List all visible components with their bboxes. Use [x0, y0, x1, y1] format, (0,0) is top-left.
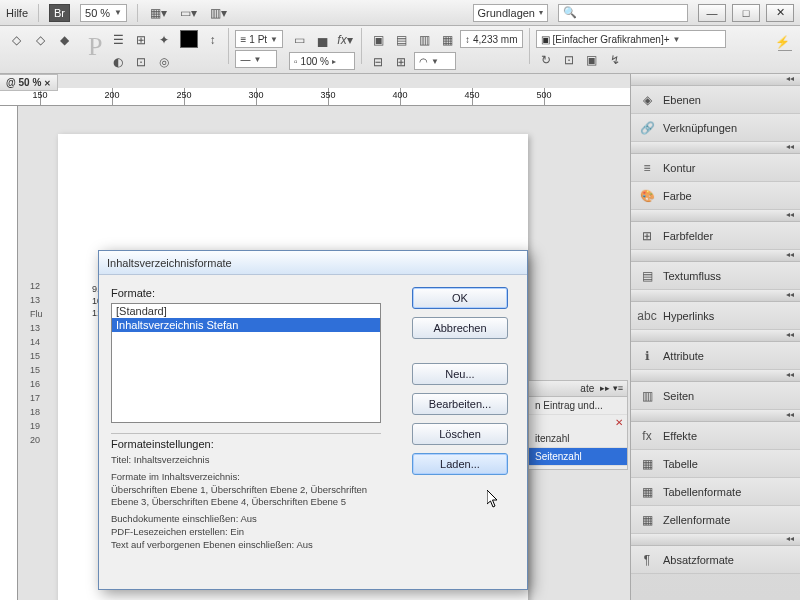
screen-mode-icon[interactable]: ▭▾: [178, 3, 198, 23]
panel-item[interactable]: ⊞Farbfelder: [631, 222, 800, 250]
zoom-combo[interactable]: 50 %▼: [80, 4, 127, 22]
panel-item[interactable]: ▦Zellenformate: [631, 506, 800, 534]
paragraph-icon: P: [88, 32, 102, 62]
search-input[interactable]: 🔍: [558, 4, 688, 22]
stroke-style[interactable]: — ▼: [235, 50, 277, 68]
control-toolbar: ◇ ◇ ◆ P ☰ ⊞ ✦ ◐ ⊡ ◎ ↕ ≡ 1 Pt▼ — ▼ ▭ ▅ fx…: [0, 26, 800, 74]
ok-button[interactable]: OK: [412, 287, 508, 309]
panel-group-header[interactable]: ◂◂: [631, 330, 800, 342]
dialog-titlebar[interactable]: Inhaltsverzeichnisformate: [99, 251, 527, 275]
wrap-icon[interactable]: ▥: [414, 30, 434, 50]
panel-icon: ≡: [639, 161, 655, 175]
separator: [529, 28, 530, 64]
tool-icon[interactable]: ⊡: [559, 50, 579, 70]
tool-icon[interactable]: ▣: [582, 50, 602, 70]
opacity-input[interactable]: ▫ 100 % ▸: [289, 52, 355, 70]
horizontal-ruler: 150200250300350400450500: [0, 88, 630, 106]
panel-item[interactable]: ▤Textumfluss: [631, 262, 800, 290]
panel-item[interactable]: ▥Seiten: [631, 382, 800, 410]
panel-label: Textumfluss: [663, 270, 721, 282]
panel-item[interactable]: 🎨Farbe: [631, 182, 800, 210]
view-options-icon[interactable]: ▦▾: [148, 3, 168, 23]
wrap-icon[interactable]: ▦: [437, 30, 457, 50]
load-button[interactable]: Laden...: [412, 453, 508, 475]
panel-group-header[interactable]: ◂◂: [631, 290, 800, 302]
fx-icon[interactable]: fx▾: [335, 30, 355, 50]
wrap-icon[interactable]: ▤: [391, 30, 411, 50]
close-button[interactable]: ✕: [766, 4, 794, 22]
tool-icon[interactable]: ▅: [312, 30, 332, 50]
list-item[interactable]: [Standard]: [112, 304, 380, 318]
panel-item[interactable]: 🔗Verknüpfungen: [631, 114, 800, 142]
zoom-tab[interactable]: @ 50 % ✕: [0, 74, 58, 91]
new-button[interactable]: Neu...: [412, 363, 508, 385]
tool-icon[interactable]: ↯: [605, 50, 625, 70]
arrange-icon[interactable]: ▥▾: [208, 3, 228, 23]
anchor-icon[interactable]: ◇: [30, 30, 50, 50]
panel-menu-icon[interactable]: ▸▸ ▾≡: [600, 383, 623, 394]
swap-icon[interactable]: ↕: [202, 30, 222, 50]
separator: [228, 28, 229, 64]
panel-item[interactable]: abcHyperlinks: [631, 302, 800, 330]
edit-button[interactable]: Bearbeiten...: [412, 393, 508, 415]
align-icon[interactable]: ⊞: [391, 52, 411, 72]
delete-icon[interactable]: ✕: [529, 415, 627, 430]
fill-swatch[interactable]: [180, 30, 198, 48]
separator: [137, 4, 138, 22]
delete-button[interactable]: Löschen: [412, 423, 508, 445]
wrap-icon[interactable]: ▣: [368, 30, 388, 50]
panel-item[interactable]: ≡Kontur: [631, 154, 800, 182]
stroke-weight-input[interactable]: ≡ 1 Pt▼: [235, 30, 283, 48]
window-buttons: — □ ✕: [698, 4, 794, 22]
bridge-button[interactable]: Br: [49, 4, 70, 22]
object-style-combo[interactable]: ▣ [Einfacher Grafikrahmen]+ ▼: [536, 30, 726, 48]
quick-apply-icon[interactable]: ⚡: [772, 32, 792, 52]
panel-group-header[interactable]: ◂◂: [631, 410, 800, 422]
tool-icon[interactable]: ↻: [536, 50, 556, 70]
panel-label: Zellenformate: [663, 514, 730, 526]
help-menu[interactable]: Hilfe: [6, 7, 28, 19]
anchor-icon[interactable]: ◆: [54, 30, 74, 50]
panel-icon: ◈: [639, 93, 655, 107]
corner-combo[interactable]: ◠ ▼: [414, 52, 456, 70]
align-icon[interactable]: ⊟: [368, 52, 388, 72]
formats-listbox[interactable]: [Standard] Inhaltsverzeichnis Stefan: [111, 303, 381, 423]
char-icon[interactable]: ◐: [108, 52, 128, 72]
panel-item[interactable]: ℹAttribute: [631, 342, 800, 370]
maximize-button[interactable]: □: [732, 4, 760, 22]
panel-group-header[interactable]: ◂◂: [631, 370, 800, 382]
panel-collapse-header[interactable]: ◂◂: [631, 74, 800, 86]
char-icon[interactable]: ⊡: [131, 52, 151, 72]
panel-item[interactable]: ▦Tabellenformate: [631, 478, 800, 506]
panel-label: Effekte: [663, 430, 697, 442]
settings-paragraph: Formate im Inhaltsverzeichnis: Überschri…: [111, 471, 381, 509]
anchor-icon[interactable]: ◇: [6, 30, 26, 50]
panel-row-selected[interactable]: Seitenzahl: [529, 448, 627, 466]
panel-icon: ⊞: [639, 229, 655, 243]
measurement-input[interactable]: ↕ 4,233 mm: [460, 30, 522, 48]
tool-icon[interactable]: ▭: [289, 30, 309, 50]
panel-group-header[interactable]: ◂◂: [631, 142, 800, 154]
formats-label: Formate:: [111, 287, 391, 299]
cancel-button[interactable]: Abbrechen: [412, 317, 508, 339]
panel-item[interactable]: ▦Tabelle: [631, 450, 800, 478]
panel-icon: fx: [639, 429, 655, 443]
minimize-button[interactable]: —: [698, 4, 726, 22]
panel-group-header[interactable]: ◂◂: [631, 250, 800, 262]
workspace-switcher[interactable]: Grundlagen▾: [473, 4, 549, 22]
char-icon[interactable]: ⊞: [131, 30, 151, 50]
settings-paragraph: Buchdokumente einschließen: Aus PDF-Lese…: [111, 513, 381, 551]
char-icon[interactable]: ✦: [154, 30, 174, 50]
list-item-selected[interactable]: Inhaltsverzeichnis Stefan: [112, 318, 380, 332]
panel-row[interactable]: n Eintrag und...: [529, 397, 627, 415]
char-icon[interactable]: ☰: [108, 30, 128, 50]
panel-item[interactable]: ◈Ebenen: [631, 86, 800, 114]
background-panel: ate ▸▸ ▾≡ n Eintrag und... ✕ itenzahl Se…: [528, 380, 628, 470]
panel-group-header[interactable]: ◂◂: [631, 534, 800, 546]
panel-label: Attribute: [663, 350, 704, 362]
panel-group-header[interactable]: ◂◂: [631, 210, 800, 222]
panel-row[interactable]: itenzahl: [529, 430, 627, 448]
panel-item[interactable]: ¶Absatzformate: [631, 546, 800, 574]
char-icon[interactable]: ◎: [154, 52, 174, 72]
panel-item[interactable]: fxEffekte: [631, 422, 800, 450]
